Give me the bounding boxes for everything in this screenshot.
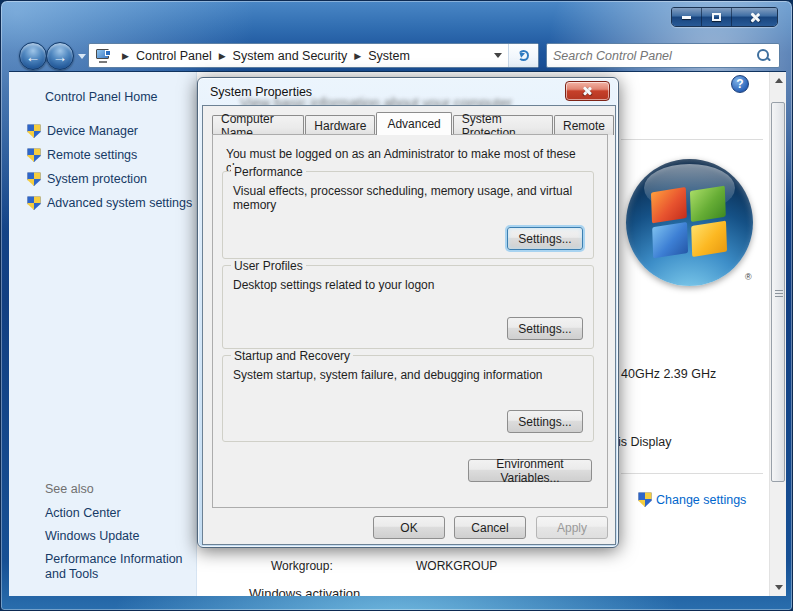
explorer-window: ← → ▶ Control Panel ▶ System and Securit… xyxy=(0,0,793,611)
startup-recovery-group-description: System startup, system failure, and debu… xyxy=(233,368,543,382)
close-icon xyxy=(582,86,593,97)
breadcrumb: ▶ Control Panel ▶ System and Security ▶ … xyxy=(115,49,410,63)
user-profiles-group-title: User Profiles xyxy=(231,259,306,273)
uac-shield-icon xyxy=(27,196,41,210)
windows-flag-icon xyxy=(651,188,727,257)
breadcrumb-control-panel[interactable]: Control Panel xyxy=(136,49,212,63)
recent-pages-dropdown-icon[interactable] xyxy=(78,54,86,59)
ok-button[interactable]: OK xyxy=(373,516,445,539)
maximize-icon xyxy=(712,13,721,21)
dialog-body: Computer Name Hardware Advanced System P… xyxy=(202,105,616,545)
user-profiles-settings-button[interactable]: Settings... xyxy=(507,317,583,340)
refresh-icon xyxy=(518,50,529,61)
section-divider xyxy=(621,473,763,474)
dialog-tabs: Computer Name Hardware Advanced System P… xyxy=(212,112,615,135)
breadcrumb-chevron-icon: ▶ xyxy=(219,51,226,61)
sidebar-item-remote-settings[interactable]: Remote settings xyxy=(27,148,137,162)
sidebar-item-label: System protection xyxy=(47,172,147,186)
minimize-button[interactable] xyxy=(672,8,702,26)
back-button[interactable]: ← xyxy=(19,42,47,70)
uac-shield-icon xyxy=(27,124,41,138)
apply-button: Apply xyxy=(536,516,608,539)
startup-recovery-group-title: Startup and Recovery xyxy=(231,349,353,363)
vertical-scrollbar[interactable] xyxy=(769,72,786,596)
sidebar-control-panel-home[interactable]: Control Panel Home xyxy=(45,90,158,104)
environment-variables-button[interactable]: Environment Variables... xyxy=(468,459,592,482)
advanced-tab-page: You must be logged on as an Administrato… xyxy=(212,134,608,508)
uac-shield-icon xyxy=(27,172,41,186)
arrow-up-icon xyxy=(775,78,783,83)
performance-group: Performance Visual effects, processor sc… xyxy=(222,171,594,259)
navigation-bar: ← → ▶ Control Panel ▶ System and Securit… xyxy=(1,41,793,70)
refresh-button[interactable] xyxy=(508,44,538,67)
sidebar-link-windows-update[interactable]: Windows Update xyxy=(45,529,140,543)
sidebar-item-label: Remote settings xyxy=(47,148,137,162)
tab-computer-name[interactable]: Computer Name xyxy=(212,115,304,135)
workgroup-value: WORKGROUP xyxy=(416,559,497,573)
change-settings-label: Change settings xyxy=(656,493,746,507)
search-box xyxy=(546,43,780,68)
windows-activation-heading: Windows activation xyxy=(249,586,360,596)
startup-recovery-settings-button[interactable]: Settings... xyxy=(507,410,583,433)
sidebar-item-system-protection[interactable]: System protection xyxy=(27,172,147,186)
arrow-down-icon xyxy=(775,585,783,590)
workgroup-label: Workgroup: xyxy=(271,559,333,573)
uac-shield-icon xyxy=(638,492,652,507)
performance-settings-button[interactable]: Settings... xyxy=(507,227,583,250)
dialog-actions: OK Cancel Apply xyxy=(203,516,615,542)
windows-logo xyxy=(626,159,753,286)
sidebar-link-action-center[interactable]: Action Center xyxy=(45,506,121,520)
pen-touch-text-fragment: is Display xyxy=(618,435,672,449)
search-icon[interactable] xyxy=(757,49,771,63)
scrollbar-grip-icon xyxy=(775,290,783,298)
tab-system-protection[interactable]: System Protection xyxy=(453,115,553,135)
sidebar-item-label: Advanced system settings xyxy=(47,196,192,210)
system-properties-dialog: System Properties View basic information… xyxy=(197,77,619,548)
maximize-button[interactable] xyxy=(702,8,732,26)
computer-icon xyxy=(95,49,111,63)
caption-buttons xyxy=(671,7,778,27)
forward-button[interactable]: → xyxy=(46,42,74,70)
breadcrumb-system-and-security[interactable]: System and Security xyxy=(233,49,348,63)
sidebar-item-device-manager[interactable]: Device Manager xyxy=(27,124,138,138)
dialog-close-button[interactable] xyxy=(565,81,610,101)
change-settings-link[interactable]: Change settings xyxy=(638,492,746,507)
sidebar: Control Panel Home Device Manager Remote… xyxy=(9,72,197,596)
performance-group-description: Visual effects, processor scheduling, me… xyxy=(233,184,593,212)
close-icon xyxy=(749,12,760,23)
address-dropdown-icon[interactable] xyxy=(494,53,502,58)
sidebar-item-advanced-system-settings[interactable]: Advanced system settings xyxy=(27,196,192,210)
cancel-button[interactable]: Cancel xyxy=(454,516,526,539)
user-profiles-group: User Profiles Desktop settings related t… xyxy=(222,265,594,349)
section-divider xyxy=(621,139,763,140)
breadcrumb-system[interactable]: System xyxy=(368,49,410,63)
address-bar[interactable]: ▶ Control Panel ▶ System and Security ▶ … xyxy=(88,43,539,68)
registered-trademark: ® xyxy=(745,272,752,282)
forward-icon: → xyxy=(53,48,68,65)
scrollbar-thumb[interactable] xyxy=(771,102,785,482)
back-icon: ← xyxy=(26,48,41,65)
performance-group-title: Performance xyxy=(231,165,306,179)
close-button[interactable] xyxy=(732,8,777,26)
scroll-up-button[interactable] xyxy=(770,72,786,89)
tab-advanced[interactable]: Advanced xyxy=(376,112,451,135)
scroll-down-button[interactable] xyxy=(770,579,786,596)
startup-recovery-group: Startup and Recovery System startup, sys… xyxy=(222,355,594,442)
tab-hardware[interactable]: Hardware xyxy=(305,115,375,135)
tab-remote[interactable]: Remote xyxy=(554,115,614,135)
sidebar-item-label: Device Manager xyxy=(47,124,138,138)
minimize-icon xyxy=(682,16,691,19)
breadcrumb-chevron-icon: ▶ xyxy=(122,51,129,61)
breadcrumb-chevron-icon: ▶ xyxy=(354,51,361,61)
processor-text-fragment: 40GHz 2.39 GHz xyxy=(621,367,716,381)
user-profiles-group-description: Desktop settings related to your logon xyxy=(233,278,434,292)
uac-shield-icon xyxy=(27,148,41,162)
see-also-heading: See also xyxy=(45,482,94,496)
search-input[interactable] xyxy=(547,49,757,63)
help-icon[interactable]: ? xyxy=(731,75,749,93)
sidebar-link-performance-info[interactable]: Performance Information and Tools xyxy=(45,552,197,582)
